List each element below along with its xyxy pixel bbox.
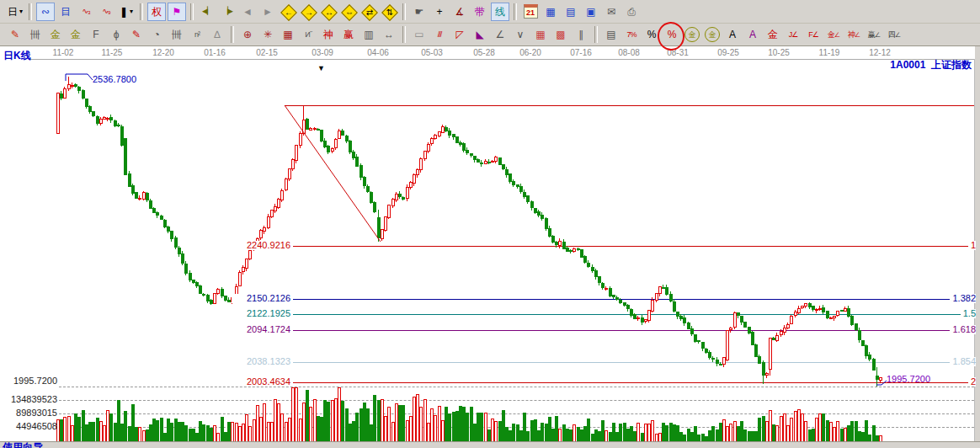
zoom-left-button[interactable]: ← xyxy=(279,3,297,21)
cycle-circle-tool[interactable]: ◔ xyxy=(147,25,166,44)
grid-red-tool[interactable]: ▦ xyxy=(531,25,550,44)
red-pen-tool[interactable]: ✎ xyxy=(127,25,146,44)
overlay-chart-button[interactable]: ∾ xyxy=(36,3,55,21)
fan-solid-tool[interactable]: ◣ xyxy=(471,25,489,44)
parallel-tool[interactable]: ∥ xyxy=(572,25,590,44)
date-axis-label: 11-25 xyxy=(102,48,123,57)
toolbar-separator xyxy=(594,26,598,43)
line-tool-button[interactable]: 线 xyxy=(491,3,509,21)
level-price-label: 2003.4634 xyxy=(232,377,290,387)
status-bar: 使用向导 xyxy=(0,441,980,448)
angle-gold-tool[interactable]: 金∠ xyxy=(824,25,843,44)
date-axis-label: 01-16 xyxy=(204,48,226,57)
gann-grid-tool[interactable]: ▦ xyxy=(279,25,297,44)
spiral-tool[interactable]: ϕ xyxy=(107,25,125,44)
page-prev-button[interactable]: ◄ xyxy=(238,3,257,21)
grid-arrow-tool[interactable]: ▩ xyxy=(551,25,570,44)
mail-button[interactable]: ✉ xyxy=(602,3,620,21)
gold-circle-hline-tool[interactable]: 金 xyxy=(703,25,722,44)
gann-star-tool[interactable]: ✳ xyxy=(258,25,277,44)
text-note-tool[interactable]: A xyxy=(723,25,742,44)
notebook-button[interactable]: ▤ xyxy=(562,3,580,21)
angle-shen-tool[interactable]: 神∠ xyxy=(844,25,863,44)
fib-ratio-label: 1 xyxy=(968,241,976,250)
level-price-label: 2240.9216 xyxy=(232,241,290,250)
date-axis-label: 07-16 xyxy=(570,48,592,57)
wave-label-tool[interactable]: A xyxy=(743,25,762,44)
golden-section2-tool[interactable]: 金 xyxy=(67,25,85,44)
zoom-right-button[interactable]: → xyxy=(299,3,317,21)
zoom-in-button[interactable]: ⇔ xyxy=(339,3,358,21)
crosshair-tool-button[interactable]: + xyxy=(430,3,449,21)
price-list-tool[interactable]: ▤ xyxy=(602,25,620,44)
gold-line-tool[interactable]: 金 xyxy=(764,25,782,44)
period-day-button[interactable]: 日▾ xyxy=(6,3,24,21)
angle-tool-button[interactable]: ∡ xyxy=(450,3,469,21)
main-toolbar: 日▾∾目∿₃∿₉❚▾权⚑◀▏▕▶◄►←→↔⇔⇄⇅☛+∡带线21▦▤▣✉⎙ xyxy=(0,0,980,24)
percent7-tool[interactable]: 7% xyxy=(622,25,641,44)
date-axis-label: 08-08 xyxy=(618,48,640,57)
level-price-label: 2150.2126 xyxy=(232,294,290,303)
candlestick-and-volume-canvas xyxy=(0,0,980,448)
rect-tool[interactable]: ▭ xyxy=(410,25,429,44)
angle-ying-tool[interactable]: 赢∠ xyxy=(865,25,883,44)
compress-h-button[interactable]: ⇄ xyxy=(360,3,378,21)
calculator-button[interactable]: ▦ xyxy=(541,3,560,21)
info-panel-button[interactable]: 目 xyxy=(56,3,75,21)
date-axis-label: 12-12 xyxy=(869,48,891,57)
volume-axis-label: 44946508 xyxy=(2,422,57,431)
fib-ratio-label: 2 xyxy=(968,377,976,387)
date-axis-label: 03-09 xyxy=(312,48,333,57)
skip-first-button[interactable]: ◀▏ xyxy=(198,3,216,21)
angle-rays-tool[interactable]: ∠ xyxy=(491,25,509,44)
toolbar-separator xyxy=(190,3,194,20)
date-axis-label: 05-28 xyxy=(473,48,495,57)
calendar-button[interactable]: 21 xyxy=(521,3,540,21)
last-price-label: 1995.7200 xyxy=(887,374,930,384)
zigzag-tool[interactable]: ∨ xyxy=(511,25,530,44)
quote-tool[interactable]: И˝ xyxy=(299,25,317,44)
date-axis-label: 05-03 xyxy=(421,48,443,57)
angle-four-tool[interactable]: 四∠ xyxy=(885,25,903,44)
band-tool-button[interactable]: 带 xyxy=(471,3,489,21)
wave-9-button[interactable]: ∿₉ xyxy=(97,3,115,21)
print-button[interactable]: ⎙ xyxy=(622,3,641,21)
n2-tool[interactable]: n² xyxy=(188,25,206,44)
fan-box-tool[interactable]: ◸ xyxy=(450,25,469,44)
drawing-toolbar: ✎卌金金Fϕ✎◔卌n²∆⊕✳▦И˝神赢▥↔▭///◸◣∠∨▦▩∥▤7%%%金金A… xyxy=(0,24,980,46)
save-button[interactable]: ▣ xyxy=(582,3,600,21)
level-price-label: 2094.1724 xyxy=(232,325,290,334)
circle-cross-tool[interactable]: ⊕ xyxy=(238,25,257,44)
width-measure-tool[interactable]: ↔ xyxy=(380,25,398,44)
restore-rights-button[interactable]: 权 xyxy=(147,3,166,21)
date-axis-label: 09-25 xyxy=(717,48,739,57)
zoom-out-button[interactable]: ↔ xyxy=(319,3,338,21)
gold-circle-tool[interactable]: 金 xyxy=(683,25,701,44)
golden-section-tool[interactable]: 金 xyxy=(46,25,65,44)
speed-fan-tool[interactable]: /// xyxy=(430,25,449,44)
toolbar-separator xyxy=(140,3,143,20)
angle-j-tool[interactable]: J∠ xyxy=(784,25,802,44)
pen-tool[interactable]: ✎ xyxy=(6,25,24,44)
date-axis-label: 12-20 xyxy=(152,48,174,57)
hand-tool-button[interactable]: ☛ xyxy=(410,3,429,21)
level-price-label: 2038.1323 xyxy=(232,357,290,366)
vgrid-tool[interactable]: 卌 xyxy=(26,25,45,44)
angle-f-tool[interactable]: F∠ xyxy=(804,25,823,44)
page-next-button[interactable]: ► xyxy=(258,3,277,21)
toolbar-separator xyxy=(402,3,406,20)
vgrid2-tool[interactable]: 卌 xyxy=(168,25,186,44)
toolbar-separator xyxy=(514,3,517,20)
angle-measure-tool[interactable]: ∆ xyxy=(208,25,226,44)
indicator-flag-button[interactable]: ⚑ xyxy=(168,3,186,21)
ying-tool[interactable]: 赢 xyxy=(339,25,358,44)
shen-tool[interactable]: 神 xyxy=(319,25,338,44)
fib-lines-tool[interactable]: F xyxy=(87,25,105,44)
fib-ratio-label: 1.382 xyxy=(950,294,976,303)
ruler-tool[interactable]: ▥ xyxy=(360,25,378,44)
level-price-label: 2122.1925 xyxy=(232,309,290,318)
candle-style-button[interactable]: ❚▾ xyxy=(117,3,136,21)
compress-v-button[interactable]: ⇅ xyxy=(380,3,398,21)
skip-last-button[interactable]: ▕▶ xyxy=(218,3,237,21)
wave-3-button[interactable]: ∿₃ xyxy=(77,3,95,21)
